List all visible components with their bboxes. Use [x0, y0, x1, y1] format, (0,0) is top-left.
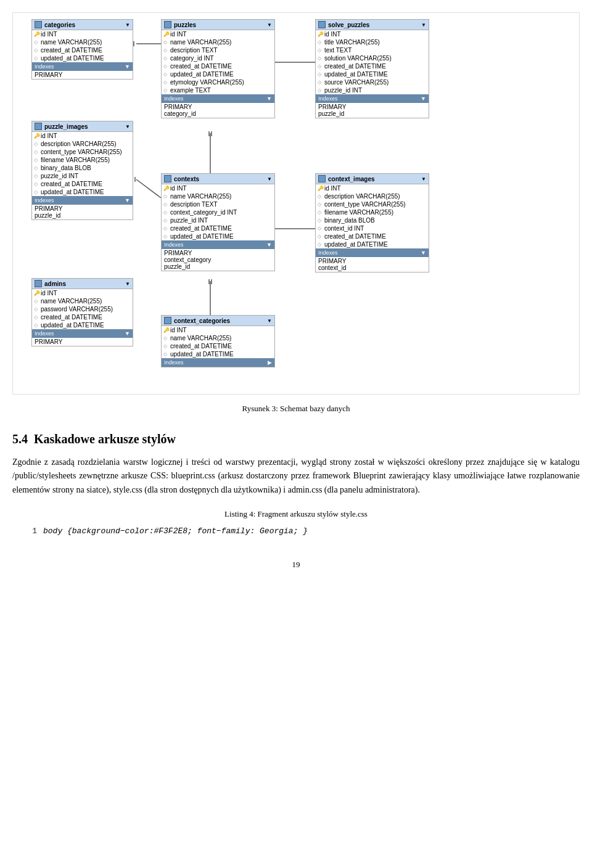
section-paragraph-1: Zgodnie z zasadą rozdzielania warstw log… — [12, 456, 580, 497]
field-content-type: ◇content_type VARCHAR(255) — [32, 148, 133, 156]
fk-icon: ◇ — [163, 343, 167, 349]
table-header-context-images: context_images ▼ — [316, 174, 429, 184]
field-updated: ◇updated_at DATETIME — [316, 70, 429, 78]
field-updated: ◇updated_at DATETIME — [316, 240, 429, 248]
field-solution: ◇solution VARCHAR(255) — [316, 54, 429, 62]
section-number: 5.4 — [12, 432, 28, 446]
table-fields: 🔑id INT ◇description VARCHAR(255) ◇conte… — [32, 132, 133, 196]
table-categories: categories ▼ 🔑id INT ◇name VARCHAR(255) … — [31, 19, 133, 80]
table-header-solve-puzzles: solve_puzzles ▼ — [316, 20, 429, 30]
fk-icon: ◇ — [34, 298, 38, 304]
field-id: 🔑id INT — [162, 30, 274, 38]
pk-icon: 🔑 — [318, 186, 324, 191]
fk-icon: ◇ — [34, 157, 38, 163]
table-context-images: context_images ▼ 🔑id INT ◇description VA… — [315, 173, 429, 272]
field-id: 🔑id INT — [162, 326, 274, 334]
fk-icon: ◇ — [34, 55, 38, 61]
indexes-content: PRIMARY — [32, 338, 133, 346]
fk-icon: ◇ — [318, 242, 321, 247]
field-name: ◇name VARCHAR(255) — [32, 38, 133, 46]
indexes-header: Indexes ▶ — [162, 358, 274, 367]
page-content: categories ▼ 🔑id INT ◇name VARCHAR(255) … — [0, 0, 592, 582]
pk-icon: 🔑 — [34, 31, 40, 37]
field-updated: ◇updated_at DATETIME — [32, 321, 133, 329]
dropdown-arrow: ▼ — [421, 22, 426, 28]
fk-icon: ◇ — [318, 72, 321, 77]
fk-icon: ◇ — [318, 226, 321, 231]
fk-icon: ◇ — [34, 149, 38, 155]
dropdown-arrow: ▼ — [125, 22, 130, 28]
pk-icon: 🔑 — [163, 186, 170, 191]
fk-icon: ◇ — [163, 72, 167, 77]
fk-icon: ◇ — [163, 335, 167, 341]
fk-icon: ◇ — [318, 218, 321, 223]
field-id: 🔑id INT — [316, 30, 429, 38]
table-name: puzzles — [174, 22, 196, 28]
indexes-header: Indexes ▼ — [32, 62, 133, 71]
pk-icon: 🔑 — [34, 290, 40, 296]
fk-icon: ◇ — [318, 47, 321, 53]
field-id: 🔑id INT — [32, 289, 133, 297]
database-diagram: categories ▼ 🔑id INT ◇name VARCHAR(255) … — [12, 12, 580, 395]
table-admins: admins ▼ 🔑id INT ◇name VARCHAR(255) ◇pas… — [31, 278, 133, 346]
table-header-puzzle-images: puzzle_images ▼ — [32, 121, 133, 132]
field-created: ◇created_at DATETIME — [32, 313, 133, 321]
fk-icon: ◇ — [34, 39, 38, 45]
section-heading: 5.4 Kaskadowe arkusze stylów — [12, 432, 580, 446]
fk-icon: ◇ — [34, 314, 38, 320]
fk-icon: ◇ — [34, 189, 38, 195]
field-binary: ◇binary_data BLOB — [316, 216, 429, 224]
page-number: 19 — [12, 560, 580, 570]
table-fields: 🔑id INT ◇description VARCHAR(255) ◇conte… — [316, 184, 429, 248]
table-header-admins: admins ▼ — [32, 279, 133, 289]
table-fields: 🔑id INT ◇name VARCHAR(255) ◇created_at D… — [162, 326, 274, 358]
fk-icon: ◇ — [163, 210, 167, 215]
table-puzzle-images: puzzle_images ▼ 🔑id INT ◇description VAR… — [31, 121, 133, 220]
field-filename: ◇filename VARCHAR(255) — [32, 156, 133, 164]
table-icon — [35, 123, 42, 130]
fk-icon: ◇ — [163, 226, 167, 231]
field-puzzle-id: ◇puzzle_id INT — [162, 216, 274, 224]
field-name: ◇name VARCHAR(255) — [162, 334, 274, 342]
pk-icon: 🔑 — [318, 31, 324, 37]
listing-caption: Listing 4: Fragment arkuszu stylów style… — [12, 509, 580, 519]
table-icon — [318, 21, 326, 28]
field-updated: ◇updated_at DATETIME — [32, 54, 133, 62]
field-created: ◇created_at DATETIME — [162, 342, 274, 350]
field-updated: ◇updated_at DATETIME — [162, 232, 274, 240]
table-name: solve_puzzles — [328, 22, 369, 28]
field-updated: ◇updated_at DATETIME — [162, 70, 274, 78]
section-title: Kaskadowe arkusze stylów — [34, 432, 176, 446]
table-header-categories: categories ▼ — [32, 20, 133, 30]
field-name: ◇name VARCHAR(255) — [162, 192, 274, 200]
indexes-content: PRIMARYcategory_id — [162, 103, 274, 118]
table-header-context-categories: context_categories ▼ — [162, 316, 274, 326]
table-name: puzzle_images — [44, 123, 88, 130]
fk-icon: ◇ — [318, 39, 321, 45]
table-puzzles: puzzles ▼ 🔑id INT ◇name VARCHAR(255) ◇de… — [161, 19, 275, 118]
field-example: ◇example TEXT — [162, 86, 274, 94]
indexes-header: Indexes ▼ — [316, 248, 429, 257]
fk-icon: ◇ — [34, 181, 38, 187]
field-desc: ◇description VARCHAR(255) — [32, 140, 133, 148]
field-filename: ◇filename VARCHAR(255) — [316, 208, 429, 216]
table-fields: 🔑id INT ◇name VARCHAR(255) ◇password VAR… — [32, 289, 133, 329]
pk-icon: 🔑 — [163, 31, 170, 37]
field-source: ◇source VARCHAR(255) — [316, 78, 429, 86]
field-context-id: ◇context_id INT — [316, 224, 429, 232]
table-icon — [164, 175, 171, 182]
table-fields: 🔑id INT ◇name VARCHAR(255) ◇created_at D… — [32, 30, 133, 62]
dropdown-arrow: ▼ — [267, 22, 272, 28]
field-updated: ◇updated_at DATETIME — [162, 350, 274, 358]
code-line-1: body {background−color:#F3F2E8; font−fam… — [43, 526, 308, 536]
field-desc: ◇description VARCHAR(255) — [316, 192, 429, 200]
dropdown-arrow: ▼ — [125, 281, 130, 287]
table-contexts: contexts ▼ 🔑id INT ◇name VARCHAR(255) ◇d… — [161, 173, 275, 271]
fk-icon: ◇ — [163, 351, 167, 357]
fk-icon: ◇ — [163, 55, 167, 61]
line-number: 1 — [25, 525, 37, 538]
fk-icon: ◇ — [163, 194, 167, 199]
fk-icon: ◇ — [318, 88, 321, 93]
table-name: contexts — [174, 176, 199, 182]
table-fields: 🔑id INT ◇name VARCHAR(255) ◇description … — [162, 30, 274, 94]
